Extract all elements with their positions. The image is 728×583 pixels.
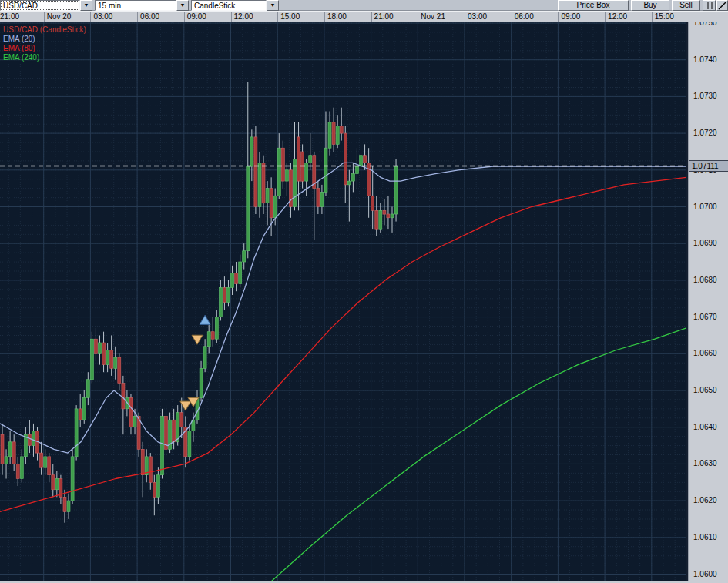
buy-button[interactable]: Buy [631, 0, 669, 11]
time-tick [652, 12, 653, 22]
chevron-down-icon[interactable]: ▼ [176, 0, 189, 11]
interval-combobox[interactable]: 15 min ▼ [95, 0, 189, 11]
time-label: 21:00 [0, 12, 19, 21]
price-label: 1.0640 [693, 423, 717, 431]
legend-item: USD/CAD (CandleStick) [3, 25, 86, 35]
price-label: 1.0620 [693, 496, 717, 504]
time-tick [137, 12, 138, 22]
candlestick-chart[interactable] [0, 22, 686, 581]
price-label: 1.0610 [693, 533, 717, 541]
price-label: 1.0740 [693, 55, 717, 64]
time-label: 09:00 [561, 12, 580, 21]
price-label: 1.0600 [693, 570, 717, 578]
price-label: 1.0630 [693, 459, 717, 467]
time-label: 09:00 [187, 12, 206, 21]
price-label: 1.0700 [693, 203, 717, 211]
time-label: 18:00 [327, 12, 347, 21]
legend-item: EMA (80) [3, 44, 86, 53]
time-axis[interactable]: 21:00Nov 2003:0006:0009:0012:0015:0018:0… [0, 11, 728, 22]
chart-plot-area[interactable]: USD/CAD (CandleStick)EMA (20)EMA (80)EMA… [0, 22, 686, 581]
price-label: 1.0650 [693, 386, 717, 394]
time-tick [231, 12, 232, 22]
time-tick [512, 12, 512, 22]
time-tick [465, 12, 465, 22]
chart-legend: USD/CAD (CandleStick)EMA (20)EMA (80)EMA… [3, 25, 86, 62]
time-tick [418, 12, 418, 22]
symbol-combobox[interactable]: USD/CAD ▼ [0, 0, 92, 11]
trendline-tool-icon[interactable] [716, 0, 728, 11]
time-tick [90, 12, 91, 22]
time-label: Nov 21 [421, 12, 445, 21]
time-tick [371, 12, 372, 22]
trading-chart-window: USD/CAD ▼ 15 min ▼ CandleStick ▼ Price B… [0, 0, 728, 583]
legend-item: EMA (20) [3, 35, 86, 44]
price-label: 1.0660 [693, 349, 717, 357]
volume-bars-icon[interactable] [703, 0, 716, 11]
price-label: 1.0680 [693, 276, 717, 284]
price-axis[interactable]: 1.07501.07401.07301.07201.07101.07001.06… [688, 22, 728, 581]
time-label: Nov 20 [47, 12, 72, 21]
time-label: 03:00 [93, 12, 112, 21]
time-tick [605, 12, 606, 22]
price-label: 1.0670 [693, 313, 717, 321]
chevron-down-icon[interactable]: ▼ [267, 0, 279, 11]
time-tick [558, 12, 559, 22]
time-label: 06:00 [515, 12, 534, 21]
time-label: 15:00 [655, 12, 674, 21]
symbol-combobox-value[interactable]: USD/CAD [0, 0, 80, 11]
time-label: 21:00 [374, 12, 394, 21]
interval-combobox-value[interactable]: 15 min [95, 0, 176, 11]
time-label: 06:00 [140, 12, 159, 21]
time-label: 12:00 [608, 12, 627, 21]
time-tick [184, 12, 185, 22]
time-tick [44, 12, 45, 22]
time-label: 15:00 [280, 12, 300, 21]
legend-item: EMA (240) [3, 53, 86, 62]
current-price-tag: 1.07111 [689, 160, 728, 172]
time-tick [277, 12, 278, 22]
price-box-button[interactable]: Price Box [558, 0, 629, 11]
chart-type-combobox[interactable]: CandleStick ▼ [191, 0, 279, 11]
time-tick [324, 12, 325, 22]
chart-type-combobox-value[interactable]: CandleStick [191, 0, 267, 11]
sell-button[interactable]: Sell [672, 0, 700, 11]
time-label: 12:00 [234, 12, 253, 21]
price-label: 1.0750 [693, 22, 717, 27]
price-label: 1.0690 [693, 239, 717, 247]
time-label: 03:00 [468, 12, 487, 21]
chevron-down-icon[interactable]: ▼ [80, 0, 92, 11]
price-label: 1.0720 [693, 129, 717, 137]
toolbar: USD/CAD ▼ 15 min ▼ CandleStick ▼ Price B… [0, 0, 728, 11]
price-label: 1.0730 [693, 92, 717, 100]
